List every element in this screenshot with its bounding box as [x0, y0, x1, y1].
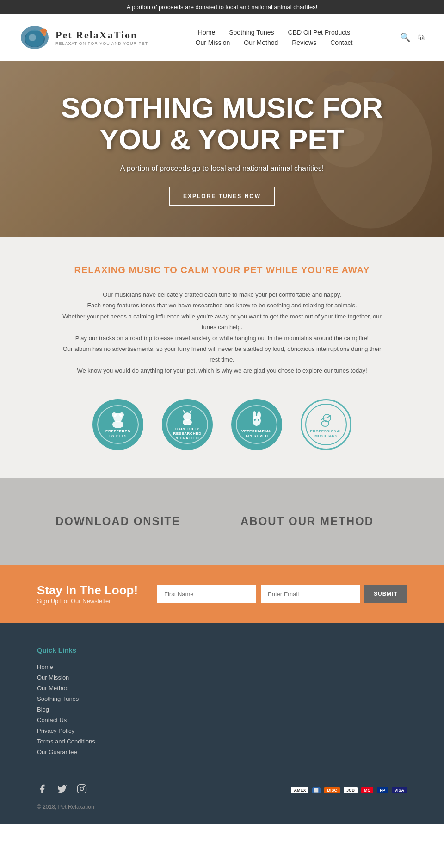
- quick-links-title: Quick Links: [37, 646, 407, 654]
- svg-point-19: [257, 411, 261, 419]
- badge-researched: CAREFULLYRESEARCHED& CRAFTED: [162, 399, 213, 450]
- cat-badge-icon: [178, 408, 197, 427]
- payment-methods: AMEX ⬜ DISC JCB MC PP VISA: [291, 787, 407, 793]
- footer-link-blog[interactable]: Blog: [37, 706, 407, 713]
- twitter-icon[interactable]: [57, 784, 70, 797]
- footer-link-method[interactable]: Our Method: [37, 685, 407, 692]
- footer-link-mission[interactable]: Our Mission: [37, 674, 407, 681]
- header: Pet RelaXaTion Relaxation for you and yo…: [0, 14, 444, 61]
- svg-point-10: [112, 421, 123, 428]
- nav-row-1: Home Soothing Tunes CBD Oil Pet Products: [196, 29, 353, 36]
- features-para-4: Play our tracks on a road trip to ease t…: [60, 333, 384, 343]
- newsletter-section: Stay In The Loop! Sign Up For Our Newsle…: [0, 565, 444, 623]
- main-nav: Home Soothing Tunes CBD Oil Pet Products…: [196, 29, 353, 46]
- newsletter-subtext: Sign Up For Our Newsletter: [37, 598, 139, 605]
- hero-section: SOOTHING MUSIC FOR YOU & YOUR PET A port…: [0, 61, 444, 237]
- nav-our-method[interactable]: Our Method: [244, 39, 278, 46]
- nav-row-2: Our Mission Our Method Reviews Contact: [196, 39, 353, 46]
- features-title: RELAXING MUSIC TO CALM YOUR PET WHILE YO…: [37, 265, 407, 275]
- hero-content: SOOTHING MUSIC FOR YOU & YOUR PET A port…: [0, 83, 444, 215]
- features-section: RELAXING MUSIC TO CALM YOUR PET WHILE YO…: [0, 237, 444, 478]
- features-text: Our musicians have delicately crafted ea…: [60, 289, 384, 376]
- footer-bottom: AMEX ⬜ DISC JCB MC PP VISA: [37, 774, 407, 797]
- header-icons: 🔍 🛍: [400, 32, 426, 43]
- logo-title: Pet RelaXaTion: [56, 29, 148, 41]
- svg-point-25: [80, 787, 83, 790]
- footer-link-soothing[interactable]: Soothing Tunes: [37, 695, 407, 702]
- badge-label-3: VETERINARIANAPPROVED: [241, 429, 272, 439]
- footer: Quick Links Home Our Mission Our Method …: [0, 623, 444, 824]
- payment-jcb: JCB: [344, 787, 358, 793]
- svg-rect-24: [78, 785, 86, 793]
- submit-button[interactable]: SUBMIT: [364, 585, 407, 603]
- banner-text: A portion of proceeds are donated to loc…: [127, 4, 318, 11]
- payment-generic: ⬜: [312, 787, 321, 793]
- email-input[interactable]: [261, 585, 360, 603]
- features-para-3: Whether your pet needs a calming influen…: [60, 311, 384, 333]
- features-para-1: Our musicians have delicately crafted ea…: [60, 289, 384, 300]
- copyright: © 2018, Pet Relaxation: [37, 804, 407, 810]
- rabbit-badge-icon: [247, 411, 266, 429]
- hero-subtitle: A portion of proceeds go to local and na…: [28, 164, 416, 173]
- svg-point-2: [29, 34, 36, 41]
- svg-marker-14: [183, 410, 186, 413]
- download-half: DOWNLOAD ONSITE: [37, 506, 222, 537]
- download-title: DOWNLOAD ONSITE: [56, 515, 204, 528]
- first-name-input[interactable]: [157, 585, 256, 603]
- bird-badge-icon: [317, 411, 335, 429]
- footer-link-contact[interactable]: Contact Us: [37, 717, 407, 724]
- nav-contact[interactable]: Contact: [330, 39, 352, 46]
- logo-text: Pet RelaXaTion Relaxation for you and yo…: [56, 29, 148, 46]
- features-para-2: Each song features tones that we have re…: [60, 300, 384, 311]
- nav-soothing-tunes[interactable]: Soothing Tunes: [229, 29, 274, 36]
- svg-point-12: [119, 412, 124, 417]
- cart-icon[interactable]: 🛍: [417, 33, 426, 43]
- newsletter-text: Stay In The Loop! Sign Up For Our Newsle…: [37, 583, 139, 605]
- payment-visa: VISA: [392, 787, 407, 793]
- download-method-section: DOWNLOAD ONSITE ABOUT OUR METHOD: [0, 478, 444, 565]
- payment-mc: MC: [361, 787, 373, 793]
- badge-professional: PROFESSIONALMUSICIANS: [301, 399, 352, 450]
- nav-home[interactable]: Home: [198, 29, 215, 36]
- newsletter-form: SUBMIT: [157, 585, 407, 603]
- footer-link-home[interactable]: Home: [37, 663, 407, 670]
- badges-row: PREFERREDBY PETS CAREFULLYRESEARCHED& CR…: [37, 399, 407, 450]
- footer-link-privacy[interactable]: Privacy Policy: [37, 727, 407, 734]
- svg-point-16: [183, 419, 192, 425]
- badge-label-2: CAREFULLYRESEARCHED& CRAFTED: [173, 427, 201, 441]
- payment-disc: DISC: [324, 787, 340, 793]
- footer-link-guarantee[interactable]: Our Guarantee: [37, 749, 407, 756]
- payment-amex: AMEX: [291, 787, 308, 793]
- instagram-icon[interactable]: [77, 784, 90, 797]
- facebook-icon[interactable]: [37, 784, 50, 797]
- svg-point-20: [254, 419, 256, 421]
- footer-content: Quick Links Home Our Mission Our Method …: [37, 646, 407, 756]
- logo[interactable]: Pet RelaXaTion Relaxation for you and yo…: [18, 21, 148, 54]
- svg-point-26: [84, 786, 85, 787]
- hero-title: SOOTHING MUSIC FOR YOU & YOUR PET: [28, 92, 416, 155]
- badge-label-1: PREFERREDBY PETS: [105, 429, 130, 439]
- nav-reviews[interactable]: Reviews: [292, 39, 316, 46]
- top-banner: A portion of proceeds are donated to loc…: [0, 0, 444, 14]
- badge-vet-approved: VETERINARIANAPPROVED: [231, 399, 282, 450]
- nav-cbd-oil[interactable]: CBD Oil Pet Products: [288, 29, 351, 36]
- explore-tunes-button[interactable]: EXPLORE TUNES NOW: [169, 187, 275, 206]
- newsletter-heading: Stay In The Loop!: [37, 583, 139, 598]
- footer-link-terms[interactable]: Terms and Conditions: [37, 738, 407, 745]
- svg-point-18: [253, 411, 256, 419]
- method-title: ABOUT OUR METHOD: [240, 515, 388, 528]
- search-icon[interactable]: 🔍: [400, 32, 410, 43]
- badge-preferred-pets: PREFERREDBY PETS: [92, 399, 143, 450]
- dog-badge-icon: [109, 411, 127, 429]
- svg-point-11: [112, 412, 117, 417]
- nav-our-mission[interactable]: Our Mission: [196, 39, 230, 46]
- svg-point-21: [258, 419, 259, 421]
- features-para-5: Our album has no advertisements, so your…: [60, 343, 384, 365]
- badge-label-4: PROFESSIONALMUSICIANS: [310, 429, 342, 439]
- features-para-6: We know you would do anything for your p…: [60, 365, 384, 376]
- method-half: ABOUT OUR METHOD: [222, 506, 407, 537]
- logo-icon: [18, 21, 51, 54]
- social-icons: [37, 784, 90, 797]
- svg-marker-15: [189, 410, 192, 413]
- payment-paypal: PP: [377, 787, 388, 793]
